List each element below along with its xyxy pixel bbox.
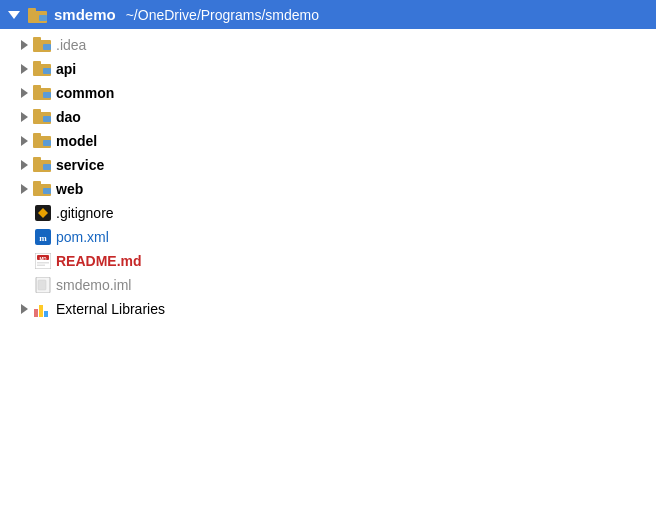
svg-rect-37 [44, 311, 48, 317]
svg-rect-22 [33, 181, 41, 186]
label-dao: dao [56, 109, 81, 125]
arrow-model [16, 136, 32, 146]
arrow-common [16, 88, 32, 98]
label-service: service [56, 157, 104, 173]
svg-rect-32 [37, 265, 45, 267]
svg-rect-10 [33, 85, 41, 90]
readme-icon: MD [32, 252, 54, 270]
tree-item-pomxml[interactable]: m pom.xml [0, 225, 656, 249]
svg-rect-23 [43, 188, 51, 194]
folder-icon-api [32, 60, 54, 78]
arrow-idea [16, 40, 32, 50]
svg-rect-4 [33, 37, 41, 42]
svg-rect-17 [43, 140, 51, 146]
label-smdemoiml: smdemo.iml [56, 277, 131, 293]
svg-rect-20 [43, 164, 51, 170]
iml-icon [32, 276, 54, 294]
collapse-arrow[interactable] [8, 11, 20, 19]
svg-rect-7 [33, 61, 41, 66]
tree-item-web[interactable]: web [0, 177, 656, 201]
tree-item-gitignore[interactable]: .gitignore [0, 201, 656, 225]
svg-rect-11 [43, 92, 51, 98]
label-extlibs: External Libraries [56, 301, 165, 317]
gitignore-icon [32, 204, 54, 222]
arrow-api [16, 64, 32, 74]
extlib-icon [32, 300, 54, 318]
svg-rect-31 [37, 262, 49, 264]
tree-item-smdemoiml[interactable]: smdemo.iml [0, 273, 656, 297]
folder-icon-dao [32, 108, 54, 126]
folder-icon-service [32, 156, 54, 174]
tree-item-api[interactable]: api [0, 57, 656, 81]
tree-item-readme[interactable]: MD README.md [0, 249, 656, 273]
svg-rect-8 [43, 68, 51, 74]
svg-text:MD: MD [40, 257, 48, 262]
svg-rect-2 [39, 15, 47, 21]
label-readme: README.md [56, 253, 142, 269]
label-pomxml: pom.xml [56, 229, 109, 245]
label-model: model [56, 133, 97, 149]
label-idea: .idea [56, 37, 86, 53]
label-common: common [56, 85, 114, 101]
folder-icon-web [32, 180, 54, 198]
svg-text:m: m [39, 233, 47, 243]
root-folder-icon [28, 7, 48, 23]
svg-rect-13 [33, 109, 41, 114]
svg-rect-14 [43, 116, 51, 122]
label-gitignore: .gitignore [56, 205, 114, 221]
svg-rect-5 [43, 44, 51, 50]
root-path: ~/OneDrive/Programs/smdemo [126, 7, 319, 23]
label-api: api [56, 61, 76, 77]
project-tree-panel: smdemo ~/OneDrive/Programs/smdemo .idea [0, 0, 656, 528]
tree-item-service[interactable]: service [0, 153, 656, 177]
tree-item-idea[interactable]: .idea [0, 33, 656, 57]
arrow-web [16, 184, 32, 194]
arrow-dao [16, 112, 32, 122]
svg-rect-34 [38, 280, 46, 290]
tree-item-extlibs[interactable]: External Libraries [0, 297, 656, 321]
svg-rect-35 [34, 309, 38, 317]
label-web: web [56, 181, 83, 197]
tree-item-dao[interactable]: dao [0, 105, 656, 129]
folder-icon-idea [32, 36, 54, 54]
svg-rect-1 [28, 8, 36, 13]
folder-icon-common [32, 84, 54, 102]
arrow-service [16, 160, 32, 170]
arrow-extlibs [16, 304, 32, 314]
svg-rect-16 [33, 133, 41, 138]
tree-header: smdemo ~/OneDrive/Programs/smdemo [0, 0, 656, 29]
svg-rect-36 [39, 305, 43, 317]
tree-body: .idea api co [0, 29, 656, 325]
tree-item-model[interactable]: model [0, 129, 656, 153]
root-title: smdemo [54, 6, 116, 23]
svg-rect-19 [33, 157, 41, 162]
pom-icon: m [32, 228, 54, 246]
tree-item-common[interactable]: common [0, 81, 656, 105]
folder-icon-model [32, 132, 54, 150]
